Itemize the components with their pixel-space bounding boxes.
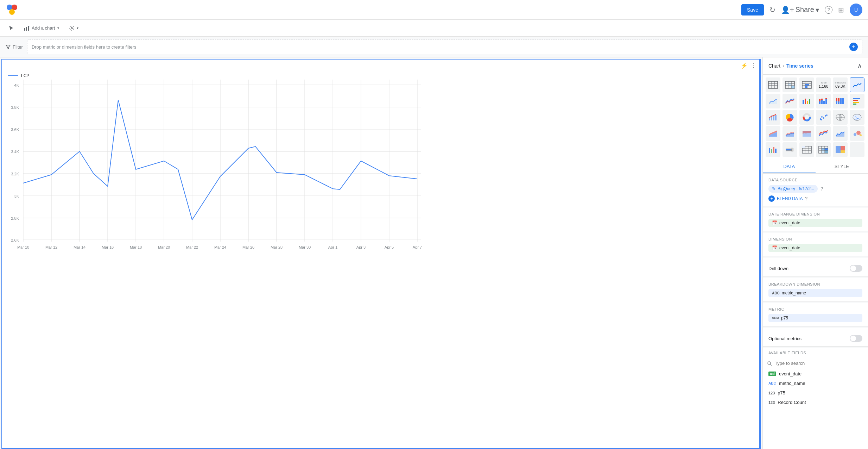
chart-type-horizontal-bar[interactable]	[850, 94, 864, 108]
chart-type-stacked-bar[interactable]	[816, 94, 831, 108]
app-logo	[6, 4, 18, 16]
help-button[interactable]: ?	[825, 6, 832, 14]
svg-text:Apr 7: Apr 7	[413, 245, 422, 249]
filter-label: Filter	[6, 44, 23, 50]
chart-type-scorecard-total[interactable]: Total1,168	[816, 77, 831, 92]
svg-rect-96	[775, 115, 777, 120]
chart-type-bubble[interactable]	[850, 126, 864, 141]
chart-type-time-series[interactable]	[850, 77, 864, 92]
field-item-record-count[interactable]: 123 Record Count	[763, 398, 868, 407]
manage-button[interactable]: ▾	[66, 23, 81, 33]
drill-down-section: Drill down	[763, 258, 868, 276]
chart-resize-right[interactable]	[759, 60, 760, 449]
chart-type-table-heatmap[interactable]	[783, 77, 797, 92]
chart-type-geo-map[interactable]	[833, 110, 848, 125]
chart-type-multi-line[interactable]	[816, 126, 831, 141]
field-item-p75[interactable]: 123 p75	[763, 388, 868, 398]
chart-type-table-bar[interactable]	[799, 77, 814, 92]
tab-data[interactable]: DATA	[763, 160, 816, 173]
apps-button[interactable]: ⊞	[838, 6, 844, 14]
drill-down-toggle[interactable]	[850, 265, 862, 272]
top-nav-right: Save ↻ 👤+ Share ▾ ? ⊞ U	[741, 4, 862, 16]
search-input[interactable]	[775, 361, 864, 366]
field-item-event-date[interactable]: cal event_date	[763, 369, 868, 379]
chart-type-scatter[interactable]	[816, 110, 831, 125]
svg-rect-112	[769, 148, 770, 153]
optional-metrics-toggle[interactable]	[850, 335, 862, 342]
chart-type-pivot-table[interactable]	[799, 142, 814, 157]
data-source-chip[interactable]: ✎ BigQuery - 5/17/2...	[768, 185, 818, 193]
grid-icon: ⊞	[838, 6, 844, 14]
blend-help-icon[interactable]: ?	[805, 196, 808, 201]
data-source-label: Data source	[768, 178, 862, 182]
date-range-field-chip[interactable]: 📅 event_date	[768, 219, 862, 227]
metric-field-chip[interactable]: SUM p75	[768, 314, 862, 322]
field-item-metric-name[interactable]: ABC metric_name	[763, 379, 868, 388]
share-label: Share	[796, 6, 814, 14]
cursor-tool-button[interactable]	[6, 23, 17, 33]
svg-rect-128	[825, 148, 828, 150]
blend-data-button[interactable]: + BLEND DATA ?	[768, 195, 862, 202]
share-button[interactable]: 👤+ Share ▾	[781, 6, 819, 14]
svg-point-111	[860, 134, 862, 136]
metric-label: Metric	[768, 307, 862, 311]
date-range-field-value: event_date	[779, 220, 800, 225]
svg-text:Mar 10: Mar 10	[17, 245, 29, 249]
main-content: ⚡ ⋮ LCP .grid-line { stroke: #e0e0e0; st…	[0, 57, 868, 449]
chart-type-donut[interactable]	[799, 110, 814, 125]
chart-type-pivot-heatmap[interactable]	[816, 142, 831, 157]
chart-type-100-bar[interactable]	[833, 94, 848, 108]
dimension-label: Dimension	[768, 237, 862, 241]
filter-drop-zone[interactable]: Drop metric or dimension fields here to …	[27, 39, 862, 54]
svg-text:Mar 12: Mar 12	[45, 245, 57, 249]
chart-type-bullet[interactable]	[783, 142, 797, 157]
lightning-button[interactable]: ⚡	[741, 62, 748, 69]
manage-icon	[69, 25, 75, 31]
chart-type-scorecard-sessions[interactable]: Sessions69.3K	[833, 77, 848, 92]
svg-rect-80	[823, 101, 825, 104]
panel-collapse-button[interactable]: ∧	[857, 62, 862, 70]
avatar[interactable]: U	[850, 4, 862, 16]
chart-type-line[interactable]	[783, 94, 797, 108]
chart-type-100-area[interactable]	[799, 126, 814, 141]
calendar-icon-2: 📅	[772, 245, 777, 250]
legend-label: LCP	[21, 73, 29, 78]
legend-line	[8, 75, 18, 76]
chart-type-area[interactable]	[833, 126, 848, 141]
chart-type-stacked-area-multi[interactable]	[783, 126, 797, 141]
filter-add-button[interactable]: +	[849, 43, 858, 51]
svg-point-138	[768, 362, 771, 364]
chart-type-smooth-line[interactable]	[766, 94, 780, 108]
svg-point-104	[825, 115, 826, 117]
save-button[interactable]: Save	[741, 4, 764, 15]
chart-type-table[interactable]	[766, 77, 780, 92]
field-name-metric-name: metric_name	[779, 381, 805, 386]
svg-point-105	[826, 114, 828, 116]
chart-type-bar[interactable]	[799, 94, 814, 108]
more-options-button[interactable]: ⋮	[750, 62, 756, 69]
svg-rect-82	[825, 98, 827, 99]
chart-type-grid: Total1,168 Sessions69.3K	[763, 75, 868, 160]
chart-type-combo[interactable]	[766, 110, 780, 125]
panel-title: Chart › Time series	[768, 63, 813, 69]
chart-type-pie[interactable]	[783, 110, 797, 125]
help-icon[interactable]: ?	[821, 186, 823, 192]
tab-style[interactable]: STYLE	[816, 160, 868, 173]
add-chart-button[interactable]: + Add a chart ▾	[21, 23, 62, 33]
pencil-icon: ✎	[772, 186, 775, 191]
svg-text:2.8K: 2.8K	[11, 216, 19, 220]
chart-type-waterfall[interactable]	[766, 142, 780, 157]
data-source-value: BigQuery - 5/17/2...	[778, 186, 814, 191]
chart-type-geo-chart[interactable]	[850, 110, 864, 125]
svg-text:Apr 3: Apr 3	[356, 245, 366, 249]
dimension-field-chip[interactable]: 📅 event_date	[768, 244, 862, 252]
blend-data-label: BLEND DATA	[777, 196, 803, 201]
svg-rect-89	[853, 98, 860, 99]
breakdown-field-chip[interactable]: ABC metric_name	[768, 289, 862, 297]
chart-container: .grid-line { stroke: #e0e0e0; stroke-wid…	[2, 80, 760, 264]
refresh-button[interactable]: ↻	[769, 6, 775, 14]
drill-down-row: Drill down	[768, 265, 862, 272]
chart-type-treemap[interactable]	[833, 142, 848, 157]
svg-rect-60	[788, 83, 791, 86]
chart-type-stacked-area[interactable]	[766, 126, 780, 141]
